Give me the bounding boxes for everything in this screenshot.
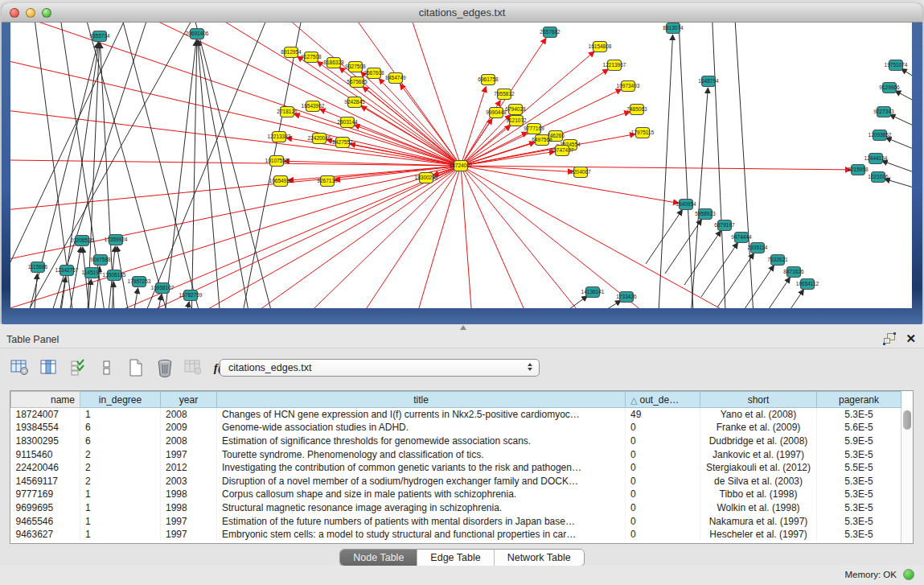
graph-node[interactable]: 16154808 bbox=[589, 42, 612, 52]
table-cell[interactable]: 2008 bbox=[161, 435, 217, 448]
graph-node[interactable]: 9127508 bbox=[301, 52, 322, 63]
table-cell[interactable]: 6 bbox=[80, 421, 161, 435]
graph-edge[interactable] bbox=[658, 35, 673, 308]
trash-icon[interactable] bbox=[154, 357, 175, 378]
graph-node[interactable]: 6497568 bbox=[532, 135, 552, 146]
table-cell[interactable]: Franke et al. (2009) bbox=[700, 421, 817, 435]
graph-node[interactable]: 9990448 bbox=[486, 108, 507, 118]
column-header-outde[interactable]: △out_de… bbox=[626, 392, 700, 408]
table-cell[interactable]: 2 bbox=[80, 474, 161, 488]
table-cell[interactable]: 49 bbox=[626, 408, 700, 422]
graph-node[interactable]: 9097588 bbox=[90, 255, 111, 266]
float-panel-icon[interactable] bbox=[884, 333, 896, 344]
graph-node[interactable]: 14136141 bbox=[581, 287, 605, 298]
graph-node[interactable]: 2718126 bbox=[277, 107, 298, 117]
graph-edge[interactable] bbox=[712, 23, 726, 308]
close-panel-icon[interactable]: ✕ bbox=[906, 333, 916, 344]
graph-edge[interactable] bbox=[895, 91, 912, 108]
graph-node[interactable]: 17975115 bbox=[631, 128, 655, 138]
graph-node[interactable]: 2667608 bbox=[363, 68, 384, 79]
table-cell[interactable]: Disruption of a novel member of a sodium… bbox=[217, 474, 626, 488]
table-cell[interactable]: Estimation of the future numbers of pati… bbox=[217, 514, 626, 528]
table-cell[interactable]: 14569117 bbox=[11, 474, 80, 488]
graph-edge[interactable] bbox=[10, 47, 461, 166]
graph-edge[interactable] bbox=[335, 166, 461, 180]
graph-edge[interactable] bbox=[10, 166, 461, 272]
table-cell[interactable]: Nakamura et al. (1997) bbox=[700, 514, 817, 528]
graph-edge[interactable] bbox=[147, 23, 461, 166]
graph-node[interactable]: 18300295 bbox=[415, 173, 438, 183]
table-cell[interactable]: 5.3E-5 bbox=[817, 528, 901, 542]
graph-edge[interactable] bbox=[10, 159, 461, 166]
graph-node[interactable]: 8912954 bbox=[281, 47, 302, 58]
table-scrollbar-thumb[interactable] bbox=[903, 410, 911, 430]
graph-node[interactable]: 6879197 bbox=[714, 220, 735, 231]
graph-node[interactable]: 1640954 bbox=[676, 200, 696, 210]
tab-node-table[interactable]: Node Table bbox=[340, 550, 417, 566]
table-cell[interactable]: 1997 bbox=[161, 447, 217, 461]
table-cell[interactable]: 6 bbox=[80, 435, 161, 448]
table-cell[interactable]: 22420046 bbox=[11, 461, 80, 475]
graph-node[interactable]: 1648794 bbox=[698, 76, 719, 87]
graph-node[interactable]: 2935114 bbox=[748, 243, 768, 253]
graph-node[interactable]: 20691406 bbox=[186, 29, 209, 39]
table-cell[interactable]: 0 bbox=[626, 488, 700, 501]
graph-node[interactable]: 9327508 bbox=[345, 62, 366, 72]
column-header-indegree[interactable]: in_degree bbox=[80, 392, 161, 408]
column-header-year[interactable]: year bbox=[161, 392, 217, 408]
table-cell[interactable]: 18724007 bbox=[11, 408, 80, 422]
graph-edge[interactable] bbox=[163, 40, 196, 308]
graph-node[interactable]: 2657682 bbox=[540, 27, 561, 38]
graph-node[interactable]: 17359924 bbox=[105, 235, 128, 245]
table-cell[interactable]: 1 bbox=[80, 514, 161, 528]
graph-edge[interactable] bbox=[33, 274, 37, 308]
table-cell[interactable]: 0 bbox=[626, 514, 700, 528]
graph-edge[interactable] bbox=[901, 68, 912, 85]
table-row[interactable]: 969969511998Structural magnetic resonanc… bbox=[11, 501, 901, 515]
table-cell[interactable]: 5.5E-5 bbox=[817, 461, 901, 475]
table-cell[interactable]: Structural magnetic resonance image aver… bbox=[217, 501, 626, 515]
table-cell[interactable]: 0 bbox=[626, 447, 700, 461]
table-cell[interactable]: Corpus callosum shape and size in male p… bbox=[217, 488, 626, 501]
graph-node[interactable]: 2803144 bbox=[337, 117, 358, 128]
panel-divider[interactable] bbox=[0, 324, 924, 332]
table-cell[interactable]: de Silva et al. (2003) bbox=[700, 474, 817, 488]
column-header-pagerank[interactable]: pagerank bbox=[817, 392, 901, 408]
table-cell[interactable]: 2003 bbox=[161, 474, 217, 488]
graph-node[interactable]: 9777169 bbox=[524, 124, 544, 134]
table-row[interactable]: 1872400712008Changes of HCN gene express… bbox=[11, 408, 901, 422]
graph-edge[interactable] bbox=[767, 290, 804, 308]
graph-edge[interactable] bbox=[361, 106, 461, 166]
table-cell[interactable]: 2 bbox=[80, 461, 161, 475]
graph-node[interactable]: 1115686 bbox=[28, 262, 48, 273]
graph-edge[interactable] bbox=[183, 302, 189, 308]
table-cell[interactable]: Estimation of significance thresholds fo… bbox=[217, 435, 626, 448]
graph-edge[interactable] bbox=[754, 278, 791, 308]
table-row[interactable]: 946554611997Estimation of the future num… bbox=[11, 514, 901, 528]
graph-edge[interactable] bbox=[191, 40, 197, 308]
graph-node[interactable]: 8454749 bbox=[385, 73, 406, 84]
graph-node[interactable]: 2204067 bbox=[570, 167, 591, 178]
table-cell[interactable]: Stergiakouli et al. (2012) bbox=[700, 461, 817, 475]
graph-edge[interactable] bbox=[690, 88, 708, 308]
table-cell[interactable]: 9463627 bbox=[11, 528, 80, 542]
table-row[interactable]: 2242004622012Investigating the contribut… bbox=[11, 461, 901, 475]
graph-node[interactable]: 17957253 bbox=[128, 277, 151, 287]
column-checklist-icon[interactable] bbox=[68, 357, 88, 378]
table-cell[interactable]: 5.6E-5 bbox=[817, 421, 901, 435]
tab-edge-table[interactable]: Edge Table bbox=[417, 550, 494, 566]
table-settings-icon[interactable] bbox=[10, 357, 31, 378]
table-cell[interactable]: 0 bbox=[626, 461, 700, 475]
graph-edge[interactable] bbox=[737, 266, 774, 308]
table-cell[interactable]: 1998 bbox=[161, 501, 217, 515]
graph-edge[interactable] bbox=[678, 23, 694, 308]
table-cell[interactable]: 9465546 bbox=[11, 514, 80, 528]
table-cell[interactable]: Tourette syndrome. Phenomenology and cla… bbox=[217, 447, 626, 461]
graph-node[interactable]: 8215958 bbox=[848, 165, 869, 175]
graph-node[interactable]: 9267130 bbox=[317, 176, 338, 187]
table-cell[interactable]: 9115460 bbox=[11, 447, 80, 461]
tab-network-table[interactable]: Network Table bbox=[495, 550, 584, 566]
graph-node[interactable]: 1733426 bbox=[616, 292, 637, 303]
graph-node[interactable]: 12342757 bbox=[55, 266, 79, 276]
table-scrollbar[interactable] bbox=[901, 408, 913, 543]
